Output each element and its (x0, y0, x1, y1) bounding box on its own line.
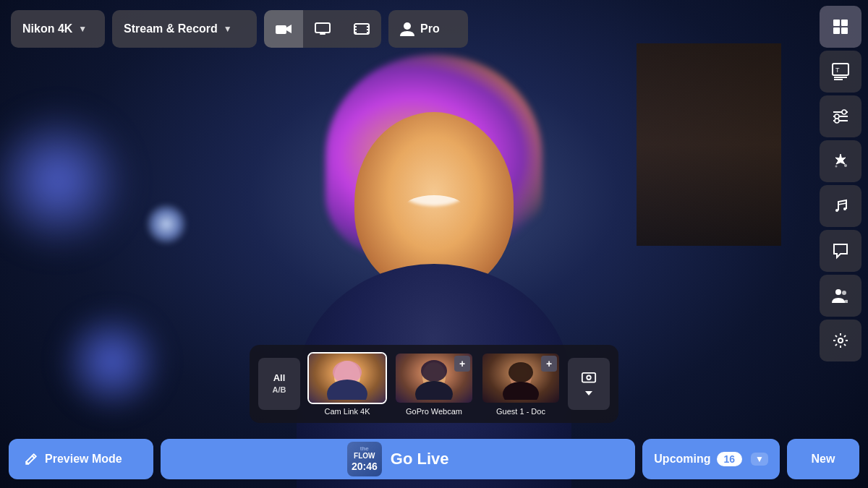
svg-rect-6 (354, 26, 357, 27)
music-icon (832, 197, 849, 215)
bg-orb (145, 202, 188, 246)
audio-settings-icon (832, 108, 849, 125)
source-settings-icon (581, 372, 597, 388)
svg-point-24 (844, 164, 847, 167)
new-label: New (812, 453, 835, 465)
svg-rect-10 (367, 29, 369, 30)
all-sources-btn[interactable]: All A/B (258, 358, 300, 410)
gopro-label: GoPro Webcam (406, 407, 462, 416)
source-thumb-guest: + Guest 1 - Doc (481, 352, 561, 416)
cam-link-thumbnail[interactable] (307, 352, 387, 404)
go-live-btn[interactable]: the FLOW 20:46 Go Live (161, 439, 635, 479)
svg-rect-8 (354, 32, 357, 33)
svg-rect-16 (841, 27, 848, 34)
guest-thumbnail[interactable]: + (481, 352, 561, 404)
all-label-bottom: A/B (273, 385, 286, 395)
svg-point-29 (842, 291, 846, 295)
camera-arrow: ▼ (78, 24, 87, 34)
svg-rect-0 (276, 25, 286, 34)
svg-point-30 (838, 338, 843, 343)
svg-text:T: T (835, 67, 840, 74)
upcoming-label: Upcoming (654, 453, 710, 466)
grid-view-btn[interactable] (820, 6, 861, 48)
profile-btn[interactable]: Pro (388, 10, 468, 48)
bg-light-bottom (58, 307, 166, 416)
svg-rect-15 (833, 27, 840, 34)
svg-point-26 (835, 209, 838, 212)
source-toggle (264, 10, 381, 48)
grid-icon (832, 18, 849, 35)
svg-point-21 (835, 114, 839, 119)
preview-mode-btn[interactable]: Preview Mode (9, 439, 153, 479)
new-btn[interactable]: New (787, 439, 859, 479)
bg-light-left (0, 108, 130, 253)
source-settings-arrow (584, 390, 593, 396)
all-label-top: All (273, 372, 286, 385)
film-source-btn[interactable] (342, 10, 381, 48)
film-source-icon (354, 22, 370, 35)
svg-point-35 (421, 360, 447, 382)
svg-rect-11 (367, 32, 369, 33)
source-settings-btn[interactable] (568, 358, 610, 410)
svg-point-25 (835, 166, 838, 168)
svg-rect-13 (833, 20, 840, 26)
cam-link-svg (322, 356, 373, 400)
svg-point-22 (842, 110, 846, 114)
camera-selector[interactable]: Nikon 4K ▼ (11, 10, 105, 48)
camera-label: Nikon 4K (22, 22, 72, 35)
profile-label: Pro (420, 22, 440, 35)
gopro-svg (409, 356, 459, 400)
go-live-label: Go Live (391, 450, 449, 468)
chat-icon (832, 242, 849, 260)
upcoming-dropdown-arrow: ▼ (751, 453, 768, 466)
settings-icon (832, 332, 849, 349)
music-btn[interactable] (820, 185, 861, 227)
preview-mode-label: Preview Mode (45, 453, 122, 466)
gopro-thumbnail[interactable]: + (394, 352, 474, 404)
effects-btn[interactable] (820, 140, 861, 182)
text-image-btn[interactable]: T (820, 51, 861, 93)
svg-rect-40 (582, 373, 595, 382)
cam-link-preview (309, 354, 386, 403)
svg-rect-2 (315, 23, 330, 33)
cam-link-label: Cam Link 4K (325, 407, 370, 416)
upcoming-btn[interactable]: Upcoming 16 ▼ (642, 439, 780, 479)
svg-point-38 (509, 362, 533, 382)
go-live-time: 20:46 (352, 461, 378, 473)
svg-point-12 (404, 22, 411, 30)
svg-marker-1 (286, 25, 292, 33)
svg-point-36 (415, 381, 453, 400)
svg-point-41 (587, 376, 591, 380)
svg-point-33 (327, 380, 367, 400)
guest-add-btn[interactable]: + (541, 356, 557, 372)
mode-arrow: ▼ (224, 24, 232, 34)
go-live-logo-line1: the (360, 445, 369, 453)
source-thumb-gopro: + GoPro Webcam (394, 352, 474, 416)
svg-point-39 (503, 382, 539, 400)
go-live-thumbnail: the FLOW 20:46 (347, 442, 382, 476)
svg-point-27 (843, 207, 846, 210)
app-container: Nikon 4K ▼ Stream & Record ▼ (0, 0, 868, 488)
effects-icon (832, 153, 849, 170)
profile-icon (400, 22, 414, 36)
camera-source-icon (276, 22, 292, 35)
settings-btn[interactable] (820, 320, 861, 361)
guests-btn[interactable] (820, 275, 861, 317)
source-strip: All A/B Cam Link 4K (250, 345, 618, 423)
gopro-add-btn[interactable]: + (454, 356, 470, 372)
svg-rect-14 (841, 20, 848, 26)
camera-source-btn[interactable] (264, 10, 303, 48)
guests-icon (832, 287, 849, 304)
audio-settings-btn[interactable] (820, 95, 861, 137)
upcoming-badge: 16 (717, 452, 743, 466)
source-thumb-cam-link: Cam Link 4K (307, 352, 387, 416)
svg-rect-7 (354, 29, 357, 30)
chat-btn[interactable] (820, 230, 861, 272)
guest-svg (495, 356, 546, 400)
mode-selector[interactable]: Stream & Record ▼ (112, 10, 257, 48)
bottom-bar: Preview Mode the FLOW 20:46 Go Live Upco… (0, 430, 868, 488)
screen-source-icon (315, 22, 331, 35)
screen-source-btn[interactable] (303, 10, 342, 48)
right-sidebar: T (813, 0, 868, 488)
svg-point-23 (835, 119, 839, 123)
